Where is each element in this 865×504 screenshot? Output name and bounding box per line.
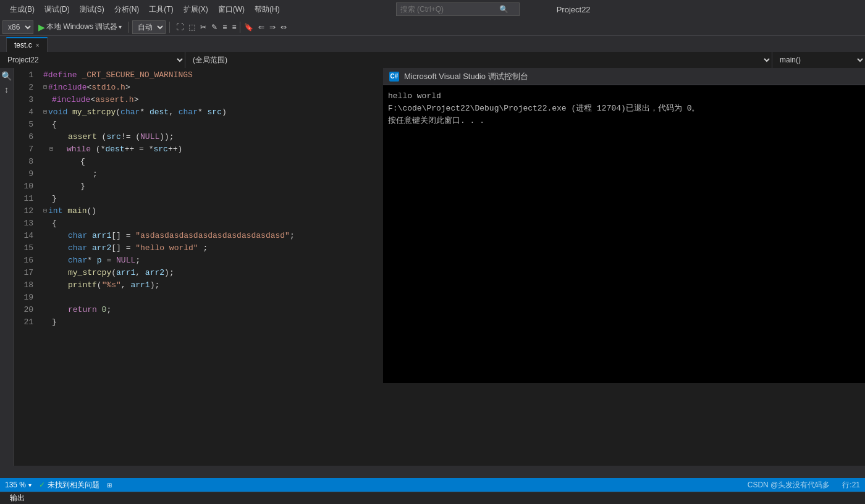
collapse-12[interactable]: ⊟ [43, 205, 47, 217]
fn-printf: printf [68, 279, 97, 292]
title-bar: 生成(B) 调试(D) 测试(S) 分析(N) 工具(T) 扩展(X) 窗口(W… [0, 0, 865, 19]
menu-help[interactable]: 帮助(H) [250, 2, 285, 17]
debug-console: C# Microsoft Visual Studio 调试控制台 hello w… [383, 68, 865, 383]
brace-close-2: } [80, 180, 85, 193]
str-arr1: "asdasdasdasdasdasdasdasdasdasd" [135, 230, 290, 242]
status-ok-icon: ✓ [39, 481, 45, 489]
brace-open-2: { [80, 156, 85, 168]
line-numbers: 1 2 3 4 5 6 7 8 9 10 11 12 13 14 15 16 1… [14, 68, 38, 466]
main-area: 🔍 ↕ 1 2 3 4 5 6 7 8 9 10 11 12 13 14 15 … [0, 68, 865, 466]
menu-window[interactable]: 窗口(W) [213, 2, 250, 17]
line-num-2: 2 [14, 82, 33, 94]
line-num-12: 12 [14, 205, 33, 217]
line-num-7: 7 [14, 143, 33, 156]
line-num-8: 8 [14, 156, 33, 168]
fn-my-strcpy-call: my_strcpy [68, 267, 111, 279]
var-src: src [208, 106, 222, 119]
search-icon: 🔍 [499, 5, 508, 14]
expand-icon[interactable]: ⊞ [107, 482, 112, 489]
kw-null-2: NULL [116, 254, 135, 267]
include-bracket-2: < [90, 94, 95, 106]
kw-char-2: char [179, 106, 198, 119]
var-p: p [97, 254, 102, 267]
debug-run-button[interactable]: ▶ 本地 Windows 调试器 ▾ [36, 20, 124, 33]
paren-open: ( [116, 106, 120, 119]
menu-tools[interactable]: 工具(T) [144, 2, 178, 17]
tab-label: test.c [14, 41, 32, 49]
kw-null: NULL [140, 131, 159, 143]
toolbar-btn-6[interactable]: ≡ [229, 22, 238, 33]
arg-arr1: arr1 [116, 267, 135, 279]
paren-assert-open: ( [102, 131, 107, 143]
menu-debug[interactable]: 调试(D) [40, 2, 75, 17]
toolbar-btn-7[interactable]: 🔖 [242, 22, 256, 33]
watermark: CSDN @头发没有代码多 行:21 [748, 480, 860, 490]
kw-while: while [67, 143, 96, 156]
toolbar-btn-3[interactable]: ✂ [198, 22, 209, 33]
toolbar-btn-4[interactable]: ✎ [209, 22, 220, 33]
toolbar-btn-10[interactable]: ⇔ [278, 22, 289, 33]
menu-generate[interactable]: 生成(B) [5, 2, 40, 17]
menu-test[interactable]: 测试(S) [75, 2, 109, 17]
scope-select[interactable]: (全局范围) [185, 52, 772, 68]
kw-char-arr1: char [68, 230, 92, 242]
pp-close: ++) [168, 143, 182, 156]
func-select[interactable]: main() [772, 52, 865, 68]
line-num-17: 17 [14, 267, 33, 279]
num-0: 0 [102, 304, 107, 316]
play-icon: ▶ [38, 22, 45, 32]
search-input[interactable] [400, 5, 499, 14]
toolbar-btn-5[interactable]: ≡ [220, 22, 229, 33]
arch-select[interactable]: x86 [2, 20, 33, 34]
line-num-1: 1 [14, 69, 33, 82]
kw-void: void [48, 106, 72, 119]
line-num-3: 3 [14, 94, 33, 106]
mode-select[interactable]: 自动 [132, 20, 166, 34]
collapse-7[interactable]: ⊟ [49, 143, 53, 156]
collapse-4[interactable]: ⊟ [43, 106, 47, 119]
star-p: * [87, 254, 97, 267]
toolbar-btn-9[interactable]: ⇒ [267, 22, 278, 33]
zoom-value: 135 % [5, 481, 26, 489]
var-src-1: src [106, 131, 120, 143]
brace-close-1: } [52, 193, 57, 205]
include-file-2: assert.h [95, 94, 133, 106]
line-num-10: 10 [14, 180, 33, 193]
watermark-text: CSDN @头发没有代码多 [748, 481, 830, 489]
call-args: ( [111, 267, 116, 279]
sidebar-nav-icon[interactable]: ↕ [1, 84, 12, 95]
project-select[interactable]: Project22 [0, 52, 185, 68]
nav-bar: Project22 (全局范围) main() [0, 52, 865, 68]
toolbar-btn-2[interactable]: ⬚ [186, 22, 198, 33]
search-box[interactable]: 🔍 [396, 2, 520, 16]
semi-16: ; [135, 254, 140, 267]
tab-close-icon[interactable]: × [36, 42, 40, 49]
menu-analyze[interactable]: 分析(N) [109, 2, 145, 17]
toolbar-btn-8[interactable]: ⇐ [256, 22, 267, 33]
output-tab[interactable]: 输出 [5, 492, 30, 505]
line-num-4: 4 [14, 106, 33, 119]
semi-14: ; [290, 230, 295, 242]
line-num-11: 11 [14, 193, 33, 205]
separator3 [240, 22, 240, 33]
tab-bar: test.c × [0, 36, 865, 52]
include-2: #include [52, 94, 90, 106]
tab-test-c[interactable]: test.c × [6, 37, 48, 52]
fn-main: main [67, 205, 86, 217]
semi-18: ); [150, 279, 160, 292]
menu-bar: 生成(B) 调试(D) 测试(S) 分析(N) 工具(T) 扩展(X) 窗口(W… [5, 2, 285, 17]
var-dest: dest [150, 106, 169, 119]
toolbar-btn-1[interactable]: ⛶ [174, 22, 186, 33]
sidebar-search-icon[interactable]: 🔍 [1, 70, 12, 82]
paren-while-open: ( [96, 143, 101, 156]
separator2 [169, 22, 170, 33]
arr1-bracket: [] = [111, 230, 135, 242]
output-panel: 输出 [0, 492, 865, 504]
collapse-2[interactable]: ⊟ [43, 82, 47, 94]
str-arr2: "hello world" [135, 242, 198, 254]
menu-extend[interactable]: 扩展(X) [179, 2, 213, 17]
zoom-control[interactable]: 135 % ▾ [5, 481, 32, 489]
status-bar: 135 % ▾ ✓ 未找到相关问题 ⊞ CSDN @头发没有代码多 行:21 [0, 478, 865, 492]
separator [128, 22, 129, 33]
var-src2: src [154, 143, 168, 156]
